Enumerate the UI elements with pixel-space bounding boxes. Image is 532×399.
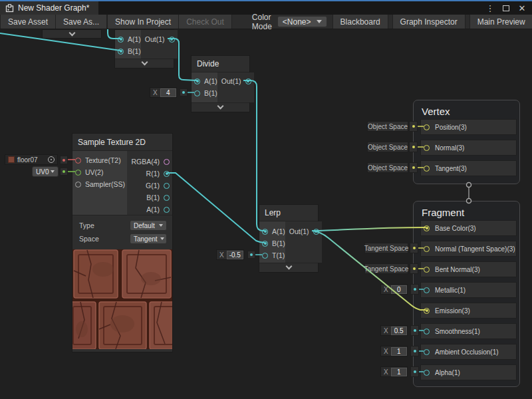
uv-channel-dropdown[interactable]: UV0 xyxy=(32,166,59,177)
fragment-alpha-row[interactable]: Alpha(1) xyxy=(420,364,517,380)
fragment-smoothness-row[interactable]: Smoothness(1) xyxy=(420,323,517,339)
texture-preview xyxy=(72,249,172,349)
smoothness-value-widget[interactable]: X0.5 xyxy=(380,325,408,336)
color-mode-value: <None> xyxy=(283,17,311,27)
check-out-button: Check Out xyxy=(179,15,232,29)
port-divide-b[interactable] xyxy=(194,90,200,96)
port-rgba[interactable] xyxy=(164,159,170,165)
alpha-value-widget[interactable]: X1 xyxy=(380,366,408,377)
port-sampler[interactable] xyxy=(75,182,81,188)
fragment-normal-row[interactable]: Normal (Tangent Space)(3) xyxy=(420,241,517,257)
fragment-basecolor-row[interactable]: Base Color(3) xyxy=(420,220,517,236)
kebab-menu-icon[interactable]: ⋮ xyxy=(484,2,496,14)
value-port-stub xyxy=(410,325,419,336)
main-preview-toggle-button[interactable]: Main Preview xyxy=(469,15,532,29)
op-node[interactable]: A(1) B(1) Out(1) xyxy=(114,29,174,68)
fragment-metallic-row[interactable]: Metallic(1) xyxy=(420,282,517,298)
port-position[interactable] xyxy=(424,124,430,130)
fragment-bentnormal-row[interactable]: Bent Normal(3) xyxy=(420,261,517,277)
port-op-out[interactable] xyxy=(169,37,175,43)
port-lerp-out[interactable] xyxy=(313,229,319,235)
ao-value-widget[interactable]: X1 xyxy=(380,346,408,356)
fragment-emission-row[interactable]: Emission(3) xyxy=(420,303,517,319)
port-ambient-occlusion[interactable] xyxy=(424,349,430,355)
port-label: Bent Normal(3) xyxy=(435,266,480,273)
port-tangent[interactable] xyxy=(424,166,430,172)
port-alpha[interactable] xyxy=(424,370,430,376)
float-field[interactable]: 1 xyxy=(391,347,407,356)
maximize-icon[interactable] xyxy=(500,2,512,14)
port-lerp-b[interactable] xyxy=(262,241,268,247)
texture-name: floor07 xyxy=(17,156,38,164)
vertex-normal-row[interactable]: Normal(3) xyxy=(420,140,517,156)
blackboard-toggle-button[interactable]: Blackboard xyxy=(332,15,388,29)
fragment-ao-row[interactable]: Ambient Occlusion(1) xyxy=(420,344,517,360)
graph-inspector-toggle-button[interactable]: Graph Inspector xyxy=(392,15,466,29)
vertex-position-row[interactable]: Position(3) xyxy=(420,119,517,135)
port-smoothness[interactable] xyxy=(424,329,430,334)
port-texture[interactable] xyxy=(75,158,81,164)
port-lerp-a[interactable] xyxy=(262,229,268,235)
port-r[interactable] xyxy=(164,171,170,177)
type-dropdown[interactable]: Default xyxy=(130,220,167,231)
x-component-label: X xyxy=(381,327,391,334)
chevron-down-icon xyxy=(160,237,164,240)
vertex-context-block[interactable]: Vertex Position(3) Normal(3) Tangent(3) xyxy=(413,100,520,184)
space-binding-chip[interactable]: Tangent Space xyxy=(364,243,408,253)
chevron-down-icon xyxy=(317,20,322,23)
port-op-b[interactable] xyxy=(118,49,124,55)
port-label: Out(1) xyxy=(221,77,241,85)
fragment-context-block[interactable]: Fragment Base Color(3) Normal (Tangent S… xyxy=(413,201,520,387)
color-mode-label: Color Mode xyxy=(232,15,277,29)
port-normal[interactable] xyxy=(424,145,430,151)
x-component-label: X xyxy=(381,368,391,376)
divide-b-value-widget[interactable]: X 4 xyxy=(150,87,177,98)
port-b[interactable] xyxy=(164,195,170,201)
port-metallic[interactable] xyxy=(424,287,430,293)
float-field[interactable]: 0 xyxy=(391,285,407,294)
port-lerp-t[interactable] xyxy=(262,253,268,259)
metallic-value-widget[interactable]: X0 xyxy=(380,284,408,295)
port-divide-a[interactable] xyxy=(194,78,200,84)
space-binding-chip[interactable]: Object Space xyxy=(367,162,408,173)
expand-chevron-button[interactable] xyxy=(43,30,101,38)
save-asset-button[interactable]: Save Asset xyxy=(0,15,56,29)
space-binding-chip[interactable]: Object Space xyxy=(367,142,408,152)
show-in-project-button[interactable]: Show In Project xyxy=(107,15,179,29)
vertex-tangent-row[interactable]: Tangent(3) xyxy=(420,160,517,176)
float-field[interactable]: 1 xyxy=(391,368,407,376)
space-dropdown[interactable]: Tangent xyxy=(130,233,167,244)
texture-object-field[interactable]: floor07 xyxy=(5,154,58,165)
space-binding-chip[interactable]: Object Space xyxy=(367,121,408,132)
object-picker-icon[interactable] xyxy=(48,156,55,163)
sample-texture-2d-node[interactable]: Sample Texture 2D Texture(T2) UV(2) Samp… xyxy=(72,133,173,352)
port-normal-ts[interactable] xyxy=(424,246,430,252)
divide-node[interactable]: Divide A(1) B(1) Out(1) xyxy=(191,55,250,112)
port-g[interactable] xyxy=(164,183,170,189)
save-as-button[interactable]: Save As... xyxy=(56,15,107,29)
port-uv[interactable] xyxy=(75,170,81,176)
float-field[interactable]: -0.5 xyxy=(227,251,243,259)
space-binding-chip[interactable]: Tangent Space xyxy=(364,263,408,274)
graph-canvas[interactable]: A(1) B(1) Out(1) Divide A(1) B(1) Out(1)… xyxy=(0,0,532,399)
tab-title: New Shader Graph* xyxy=(18,3,89,13)
port-divide-out[interactable] xyxy=(245,78,251,84)
lerp-node[interactable]: Lerp A(1) B(1) T(1) Out(1) xyxy=(259,204,319,273)
port-a[interactable] xyxy=(164,207,170,213)
port-emission[interactable] xyxy=(424,308,430,314)
shader-graph-tab[interactable]: New Shader Graph* xyxy=(0,1,98,15)
close-icon[interactable]: ✕ xyxy=(516,2,528,14)
collapsed-node-partial[interactable] xyxy=(42,29,102,39)
color-mode-dropdown[interactable]: <None> xyxy=(277,16,327,27)
lerp-t-value-widget[interactable]: X -0.5 xyxy=(216,249,244,260)
port-bent-normal[interactable] xyxy=(424,267,430,273)
collapse-chevron-button[interactable] xyxy=(115,59,174,68)
port-op-a[interactable] xyxy=(118,37,124,43)
port-base-color[interactable] xyxy=(424,225,430,231)
lerp-t-value-port xyxy=(247,251,255,259)
collapse-chevron-button[interactable] xyxy=(192,102,249,112)
float-field[interactable]: 0.5 xyxy=(391,327,407,335)
float-field[interactable]: 4 xyxy=(160,88,176,97)
collapse-chevron-button[interactable] xyxy=(259,263,318,272)
texture-thumbnail xyxy=(8,156,15,163)
